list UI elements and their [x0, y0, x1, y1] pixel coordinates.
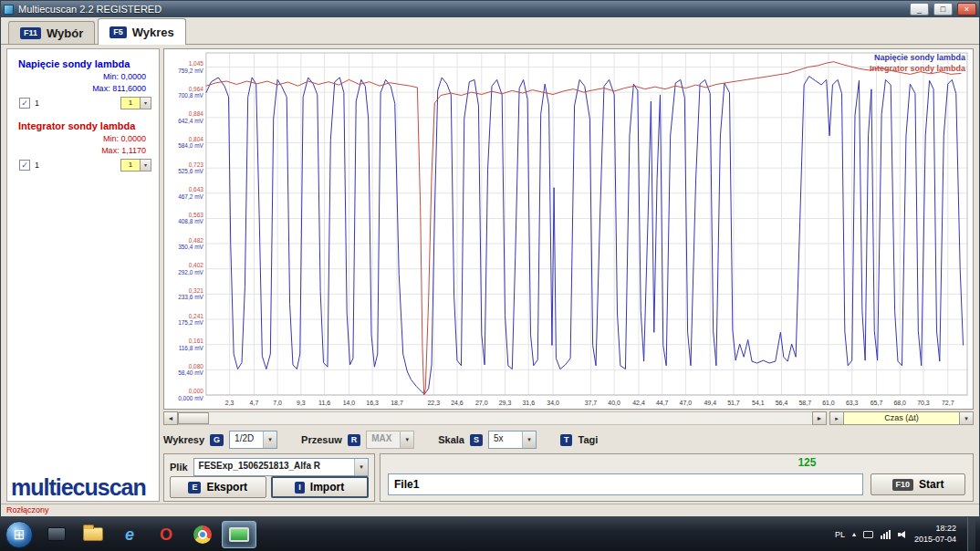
scroll-thumb[interactable] [178, 412, 209, 424]
svg-text:70,3: 70,3 [917, 400, 930, 406]
close-button[interactable]: × [957, 3, 976, 16]
language-indicator[interactable]: PL [835, 530, 845, 539]
minimize-button[interactable]: _ [910, 3, 929, 16]
svg-text:116,8 mV: 116,8 mV [179, 345, 204, 351]
file-select[interactable]: FESExp_1506251813_Alfa R ▾ [193, 458, 369, 476]
status-text: Rozłączony [6, 505, 49, 515]
tray-time: 18:22 [914, 524, 956, 535]
chrome-icon [193, 525, 212, 544]
svg-text:42,4: 42,4 [632, 400, 645, 406]
svg-text:18,7: 18,7 [391, 400, 403, 406]
svg-text:0,241: 0,241 [189, 313, 204, 319]
scroll-right-button[interactable]: ► [812, 411, 827, 425]
svg-text:0,000: 0,000 [189, 388, 204, 394]
file-name-input[interactable] [388, 473, 863, 495]
scroll-left-button[interactable]: ◄ [163, 411, 178, 425]
svg-text:37,7: 37,7 [585, 400, 598, 406]
svg-text:56,4: 56,4 [776, 400, 788, 406]
svg-text:292,0 mV: 292,0 mV [178, 269, 203, 276]
tab-wykres[interactable]: F5 Wykres [98, 18, 186, 45]
start-button[interactable]: F10 Start [871, 473, 965, 495]
svg-text:233,6 mV: 233,6 mV [178, 294, 203, 300]
svg-text:0,723: 0,723 [189, 161, 204, 168]
import-button[interactable]: I Import [271, 476, 370, 498]
show-hidden-icons[interactable]: ▴ [852, 530, 856, 538]
opera-icon: O [160, 526, 172, 543]
channel-row: ✓ 1 1 ▾ [19, 97, 151, 109]
signal-checkbox[interactable]: ✓ [19, 98, 30, 109]
svg-text:0,321: 0,321 [189, 287, 204, 294]
svg-text:4,7: 4,7 [250, 400, 259, 406]
chart-plot[interactable]: 2,34,77,09,311,614,016,318,722,324,627,0… [164, 49, 973, 409]
svg-text:175,2 mV: 175,2 mV [178, 319, 203, 326]
chart-scrollbar: ◄ ► ▸ Czas (Δt) ▾ [163, 411, 974, 425]
svg-text:24,6: 24,6 [451, 400, 464, 406]
windows-logo-icon: ⊞ [6, 522, 32, 546]
volume-icon[interactable] [898, 530, 907, 539]
time-axis-arrow-icon[interactable]: ▸ [829, 411, 844, 425]
taskbar-icon-window[interactable] [39, 521, 74, 548]
svg-text:63,3: 63,3 [846, 400, 859, 406]
show-desktop-button[interactable] [967, 517, 975, 551]
time-axis-label[interactable]: Czas (Δt) [844, 411, 959, 425]
status-bar: Rozłączony [1, 504, 979, 516]
taskbar-icon-opera[interactable]: O [149, 521, 183, 548]
wykresy-select[interactable]: 1/2D ▾ [229, 431, 277, 449]
e-key-badge: E [188, 482, 201, 494]
svg-text:27,0: 27,0 [475, 400, 488, 406]
svg-text:40,0: 40,0 [608, 400, 620, 406]
tray-date: 2015-07-04 [914, 535, 956, 546]
taskbar-icon-multiecuscan[interactable] [222, 521, 256, 548]
svg-text:0,482: 0,482 [189, 237, 204, 244]
svg-text:759,2 mV: 759,2 mV [178, 68, 203, 74]
file-select-value: FESExp_1506251813_Alfa R [194, 459, 354, 475]
signal-checkbox[interactable]: ✓ [19, 160, 30, 171]
chevron-down-icon: ▾ [140, 160, 151, 171]
skala-value: 5x [489, 431, 522, 448]
app-icon [4, 5, 14, 15]
skala-select[interactable]: 5x ▾ [488, 431, 537, 449]
eksport-button[interactable]: E Eksport [170, 476, 266, 498]
display-tray-icon[interactable] [863, 531, 873, 538]
przesuw-value: MAX [367, 431, 400, 448]
chevron-down-icon: ▾ [140, 98, 151, 109]
svg-text:16,3: 16,3 [366, 400, 379, 406]
channel-dropdown[interactable]: 1 ▾ [120, 97, 151, 109]
time-axis-dropdown[interactable]: ▾ [959, 411, 974, 425]
svg-text:0,964: 0,964 [189, 86, 204, 92]
svg-text:0,161: 0,161 [189, 338, 204, 344]
svg-text:22,3: 22,3 [427, 400, 440, 406]
signal-minmax: Min: 0,0000 Max: 1,1170 [7, 133, 159, 156]
maximize-button[interactable]: □ [933, 3, 953, 16]
app-window: Multiecuscan 2.2 REGISTERED _ □ × F11 Wy… [0, 0, 980, 517]
tagi-button[interactable]: Tagi [578, 434, 598, 445]
t-key-badge: T [560, 434, 573, 446]
main-area: Napięcie sondy lambda Min: 0,0000 Max: 8… [1, 45, 979, 504]
svg-text:49,4: 49,4 [704, 400, 716, 406]
counter-value: 125 [798, 456, 816, 469]
taskbar-icon-chrome[interactable] [185, 521, 220, 548]
windows-start-button[interactable]: ⊞ [5, 521, 33, 548]
legend-voltage: Napięcie sondy lambda [870, 52, 965, 63]
chart-legend: Napięcie sondy lambda Integrator sondy l… [870, 52, 965, 74]
scroll-track[interactable] [178, 411, 812, 425]
taskbar-icon-ie[interactable]: e [112, 521, 147, 548]
s-key-badge: S [470, 434, 483, 446]
svg-text:467,2 mV: 467,2 mV [178, 193, 203, 200]
svg-text:7,0: 7,0 [273, 400, 282, 406]
tab-wybor[interactable]: F11 Wybór [8, 21, 95, 44]
network-icon[interactable] [881, 530, 891, 539]
import-label: Import [310, 481, 344, 494]
signal-sidebar: Napięcie sondy lambda Min: 0,0000 Max: 8… [6, 48, 160, 502]
chevron-down-icon: ▾ [263, 431, 276, 448]
svg-text:9,3: 9,3 [297, 400, 306, 406]
channel-dropdown[interactable]: 1 ▾ [120, 159, 151, 172]
clock[interactable]: 18:22 2015-07-04 [914, 524, 956, 545]
przesuw-label: Przesuw [301, 434, 342, 445]
signal-min: Min: 0,0000 [7, 71, 146, 83]
przesuw-select[interactable]: MAX ▾ [366, 431, 414, 449]
tab-wykres-label: Wykres [132, 26, 174, 39]
signal-min: Min: 0,0000 [7, 133, 146, 145]
taskbar-icon-explorer[interactable] [76, 521, 110, 548]
signal-block-integrator: Integrator sondy lambda Min: 0,0000 Max:… [7, 120, 159, 172]
